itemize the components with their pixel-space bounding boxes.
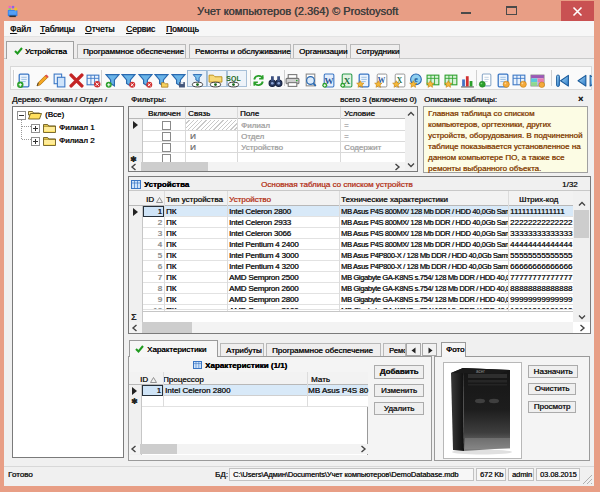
svg-text:SQL: SQL <box>226 75 241 83</box>
svg-text:acer: acer <box>476 369 485 374</box>
